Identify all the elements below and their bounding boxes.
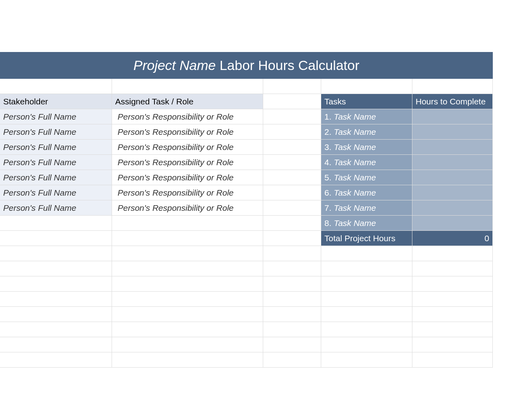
- empty-cell[interactable]: [263, 170, 321, 185]
- task-cell[interactable]: 4.Task Name: [321, 155, 412, 170]
- empty-cell[interactable]: [263, 216, 321, 231]
- empty-cell[interactable]: [112, 322, 263, 337]
- stakeholder-name-cell[interactable]: Person's Full Name: [0, 140, 112, 155]
- empty-cell[interactable]: [263, 200, 321, 216]
- empty-cell[interactable]: [321, 322, 412, 337]
- stakeholder-role-cell[interactable]: Person's Responsibility or Role: [112, 155, 263, 170]
- empty-cell[interactable]: [112, 292, 263, 307]
- empty-cell[interactable]: [263, 246, 321, 261]
- empty-cell[interactable]: [412, 337, 493, 352]
- empty-cell[interactable]: [112, 307, 263, 322]
- empty-cell[interactable]: [0, 246, 112, 261]
- total-value-cell[interactable]: 0: [412, 231, 493, 246]
- stakeholder-name-cell[interactable]: Person's Full Name: [0, 185, 112, 200]
- hours-cell[interactable]: [412, 124, 493, 140]
- empty-cell[interactable]: [112, 246, 263, 261]
- empty-cell[interactable]: [112, 276, 263, 292]
- stakeholder-role-cell[interactable]: Person's Responsibility or Role: [112, 185, 263, 200]
- stakeholder-name-cell[interactable]: Person's Full Name: [0, 155, 112, 170]
- empty-cell[interactable]: [412, 261, 493, 276]
- hours-cell[interactable]: [412, 170, 493, 185]
- stakeholder-name-cell[interactable]: Person's Full Name: [0, 109, 112, 124]
- empty-cell[interactable]: [263, 231, 321, 246]
- task-cell[interactable]: 2.Task Name: [321, 124, 412, 140]
- page-title: Project Name Labor Hours Calculator: [0, 52, 493, 79]
- task-cell[interactable]: 6.Task Name: [321, 185, 412, 200]
- stakeholder-role-cell[interactable]: Person's Responsibility or Role: [112, 109, 263, 124]
- empty-cell[interactable]: [412, 307, 493, 322]
- empty-cell[interactable]: [321, 246, 412, 261]
- stakeholder-role-cell[interactable]: Person's Responsibility or Role: [112, 170, 263, 185]
- task-cell[interactable]: 7.Task Name: [321, 200, 412, 216]
- empty-cell[interactable]: [112, 352, 263, 368]
- empty-cell[interactable]: [0, 307, 112, 322]
- empty-cell[interactable]: [321, 261, 412, 276]
- title-rest: Labor Hours Calculator: [216, 58, 359, 73]
- empty-cell[interactable]: [263, 140, 321, 155]
- empty-cell[interactable]: [0, 337, 112, 352]
- spreadsheet-grid: Stakeholder Assigned Task / Role Tasks H…: [0, 79, 493, 368]
- stakeholder-name-cell[interactable]: Person's Full Name: [0, 124, 112, 140]
- stakeholder-name-cell[interactable]: Person's Full Name: [0, 200, 112, 216]
- empty-cell[interactable]: [112, 337, 263, 352]
- total-label-cell[interactable]: Total Project Hours: [321, 231, 412, 246]
- stakeholder-role-cell[interactable]: Person's Responsibility or Role: [112, 124, 263, 140]
- empty-cell[interactable]: [263, 261, 321, 276]
- header-assigned-task[interactable]: Assigned Task / Role: [112, 94, 263, 109]
- hours-cell[interactable]: [412, 216, 493, 231]
- empty-cell[interactable]: [321, 307, 412, 322]
- stakeholder-role-cell[interactable]: Person's Responsibility or Role: [112, 200, 263, 216]
- title-prefix: Project Name: [133, 58, 216, 73]
- empty-cell[interactable]: [412, 246, 493, 261]
- empty-cell[interactable]: [112, 216, 263, 231]
- stakeholder-name-cell[interactable]: Person's Full Name: [0, 170, 112, 185]
- empty-cell[interactable]: [0, 231, 112, 246]
- hours-cell[interactable]: [412, 155, 493, 170]
- hours-cell[interactable]: [412, 140, 493, 155]
- task-cell[interactable]: 3.Task Name: [321, 140, 412, 155]
- spacer-cell[interactable]: [321, 79, 412, 94]
- header-tasks[interactable]: Tasks: [321, 94, 412, 109]
- empty-cell[interactable]: [263, 337, 321, 352]
- empty-cell[interactable]: [321, 352, 412, 368]
- spacer-cell[interactable]: [263, 79, 321, 94]
- spacer-cell[interactable]: [412, 79, 493, 94]
- task-cell[interactable]: 1.Task Name: [321, 109, 412, 124]
- task-cell[interactable]: 5.Task Name: [321, 170, 412, 185]
- empty-cell[interactable]: [263, 276, 321, 292]
- empty-cell[interactable]: [412, 276, 493, 292]
- empty-cell[interactable]: [263, 94, 321, 109]
- empty-cell[interactable]: [263, 155, 321, 170]
- spacer-cell[interactable]: [0, 79, 112, 94]
- empty-cell[interactable]: [263, 109, 321, 124]
- empty-cell[interactable]: [0, 352, 112, 368]
- empty-cell[interactable]: [412, 292, 493, 307]
- empty-cell[interactable]: [321, 337, 412, 352]
- empty-cell[interactable]: [412, 352, 493, 368]
- empty-cell[interactable]: [321, 276, 412, 292]
- empty-cell[interactable]: [412, 322, 493, 337]
- empty-cell[interactable]: [0, 292, 112, 307]
- empty-cell[interactable]: [263, 185, 321, 200]
- hours-cell[interactable]: [412, 185, 493, 200]
- empty-cell[interactable]: [263, 292, 321, 307]
- hours-cell[interactable]: [412, 200, 493, 216]
- hours-cell[interactable]: [412, 109, 493, 124]
- empty-cell[interactable]: [263, 322, 321, 337]
- empty-cell[interactable]: [321, 292, 412, 307]
- empty-cell[interactable]: [112, 261, 263, 276]
- empty-cell[interactable]: [263, 352, 321, 368]
- empty-cell[interactable]: [0, 216, 112, 231]
- empty-cell[interactable]: [0, 261, 112, 276]
- empty-cell[interactable]: [112, 231, 263, 246]
- header-stakeholder[interactable]: Stakeholder: [0, 94, 112, 109]
- empty-cell[interactable]: [263, 307, 321, 322]
- stakeholder-role-cell[interactable]: Person's Responsibility or Role: [112, 140, 263, 155]
- empty-cell[interactable]: [0, 276, 112, 292]
- task-cell[interactable]: 8.Task Name: [321, 216, 412, 231]
- empty-cell[interactable]: [0, 322, 112, 337]
- empty-cell[interactable]: [263, 124, 321, 140]
- header-hours[interactable]: Hours to Complete: [412, 94, 493, 109]
- spacer-cell[interactable]: [112, 79, 263, 94]
